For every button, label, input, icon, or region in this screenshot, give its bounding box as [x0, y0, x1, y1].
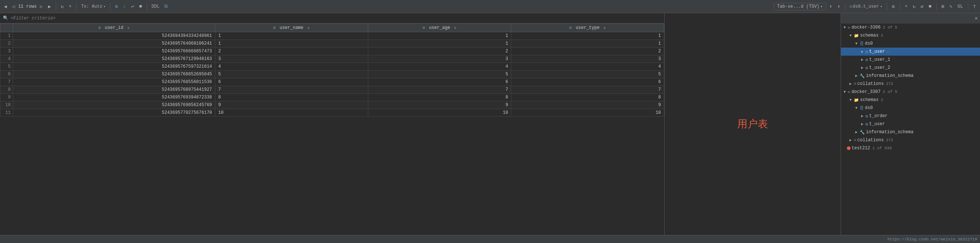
add-tab-btn[interactable]: +	[903, 3, 910, 10]
cell-user_name[interactable]: 4	[215, 63, 368, 71]
cell-user_id[interactable]: 5243695768975441927	[13, 86, 215, 94]
table-row[interactable]: 25243695764068106241111	[0, 40, 664, 47]
tree-item-t_user_2[interactable]: ▶⊞t_user_2	[841, 64, 980, 72]
nav-next-btn[interactable]: ▷	[38, 3, 45, 10]
cell-user_type[interactable]: 1	[511, 32, 664, 40]
cell-user_name[interactable]: 3	[215, 55, 368, 63]
cell-user_name[interactable]: 2	[215, 47, 368, 55]
table-row[interactable]: 35243695766666857473222	[0, 47, 664, 55]
table-row[interactable]: 115243695770275676170101010	[0, 109, 664, 117]
table-row[interactable]: 85243695768975441927777	[0, 86, 664, 94]
filter-criteria[interactable]: <Filter criteria>	[11, 16, 56, 21]
tree-content[interactable]: ▼⊳docker-33062 of 5▼📁schemas2▼🗄ds0▶⊞t_us…	[841, 24, 980, 235]
cell-user_type[interactable]: 10	[511, 109, 664, 117]
ds-selector[interactable]: ⊞ ds0.t_user ▾	[848, 3, 884, 10]
cell-user_id[interactable]: 5243695767129948163	[13, 55, 215, 63]
cell-user_id[interactable]: 5243695767597321614	[13, 63, 215, 71]
tree-item-docker-3306[interactable]: ▼⊳docker-33062 of 5	[841, 24, 980, 32]
tree-item-docker-3307[interactable]: ▼⊳docker_33072 of 5	[841, 88, 980, 96]
tab-sep-selector[interactable]: Tab-se...d (TSV) ▾	[774, 3, 826, 10]
cell-user_type[interactable]: 1	[511, 40, 664, 47]
refresh-tree-btn[interactable]: ↻	[911, 3, 917, 10]
cell-user_name[interactable]: 1	[215, 40, 368, 47]
cell-user_age[interactable]: 6	[368, 78, 511, 86]
tree-item-information_schema-3307[interactable]: ▶🔧information_schema	[841, 128, 980, 136]
tree-item-schemas-3306[interactable]: ▼📁schemas2	[841, 32, 980, 39]
cell-user_name[interactable]: 6	[215, 78, 368, 86]
col-header-user-name[interactable]: ⊞ user_name ⇅	[215, 24, 368, 32]
cell-user_age[interactable]: 8	[368, 94, 511, 101]
download-btn[interactable]: ⬇	[827, 3, 834, 10]
cell-user_type[interactable]: 2	[511, 47, 664, 55]
table-view-btn[interactable]: ⊞	[940, 3, 946, 10]
cell-user_id[interactable]: 5243695769394872338	[13, 94, 215, 101]
cell-user_type[interactable]: 8	[511, 94, 664, 101]
tree-item-t_user_1[interactable]: ▶⊞t_user_1	[841, 56, 980, 64]
tree-item-ds0-3307[interactable]: ▼🗄ds0	[841, 104, 980, 112]
edit-btn[interactable]: ✎	[948, 3, 955, 10]
col-header-user-type[interactable]: ⊞ user_type ⇅	[511, 24, 664, 32]
table-row[interactable]: 65243695768052695045555	[0, 71, 664, 78]
tree-item-collations-3306[interactable]: ▶≡collations272	[841, 80, 980, 88]
cell-user_age[interactable]: 5	[368, 71, 511, 78]
cell-user_name[interactable]: 1	[215, 32, 368, 40]
tree-item-schemas-3307[interactable]: ▼📁schemas2	[841, 96, 980, 104]
cell-user_age[interactable]: 4	[368, 63, 511, 71]
check-btn[interactable]: ✓	[121, 3, 128, 10]
cell-user_age[interactable]: 10	[368, 109, 511, 117]
stop-btn[interactable]: ■	[138, 3, 144, 10]
cell-user_type[interactable]: 5	[511, 71, 664, 78]
tx-selector[interactable]: Tx: Auto ▾	[80, 3, 107, 10]
tree-item-collations-3307[interactable]: ▶≡collations272	[841, 136, 980, 144]
stop-tree-btn[interactable]: ■	[927, 3, 934, 10]
nav-prev-btn[interactable]: ◁	[10, 3, 17, 10]
filter-tree-btn[interactable]: ⇄	[919, 3, 925, 10]
cell-user_id[interactable]: 5243695770275676170	[13, 109, 215, 117]
cell-user_id[interactable]: 5243695768556011536	[13, 78, 215, 86]
cell-user_id[interactable]: 5243695764068106241	[13, 40, 215, 47]
cell-user_type[interactable]: 7	[511, 86, 664, 94]
cell-user_type[interactable]: 9	[511, 101, 664, 109]
add-row-btn[interactable]: +	[67, 3, 74, 10]
cell-user_age[interactable]: 3	[368, 55, 511, 63]
cell-user_name[interactable]: 7	[215, 86, 368, 94]
refresh-btn[interactable]: ↻	[59, 3, 66, 10]
cell-user_name[interactable]: 5	[215, 71, 368, 78]
cell-user_id[interactable]: 5243695766666857473	[13, 47, 215, 55]
filter-btn[interactable]: ⊤	[971, 3, 978, 10]
table-row[interactable]: 95243695769394872338888	[0, 94, 664, 101]
cell-user_name[interactable]: 9	[215, 101, 368, 109]
cell-user_age[interactable]: 1	[368, 32, 511, 40]
col-header-user-age[interactable]: ⊞ user_age ⇅	[368, 24, 511, 32]
nav-last-btn[interactable]: ▶	[46, 3, 53, 10]
tree-close-btn[interactable]: ✕	[975, 15, 978, 21]
tree-item-t_order[interactable]: ▶⊞t_order	[841, 112, 980, 120]
table-row[interactable]: 45243695767129948163333	[0, 55, 664, 63]
cell-user_type[interactable]: 4	[511, 63, 664, 71]
gl-btn[interactable]: GL	[956, 3, 965, 10]
col-header-user-id[interactable]: ⊞ user_id ⇅	[13, 24, 215, 32]
rollback-btn[interactable]: ↩	[129, 3, 136, 10]
cell-user_name[interactable]: 10	[215, 109, 368, 117]
status-link[interactable]: https://blog.csdn.net/weixin_38312719	[888, 237, 977, 241]
cell-user_age[interactable]: 1	[368, 40, 511, 47]
cell-user_id[interactable]: 5243695769856245769	[13, 101, 215, 109]
cell-user_age[interactable]: 9	[368, 101, 511, 109]
table-row[interactable]: 15243694394334248961111	[0, 32, 664, 40]
cell-user_age[interactable]: 2	[368, 47, 511, 55]
cell-user_type[interactable]: 6	[511, 78, 664, 86]
nav-first-btn[interactable]: ◀	[2, 3, 9, 10]
tree-item-t_user-3307[interactable]: ▶⊞t_user	[841, 120, 980, 128]
upload-btn[interactable]: ⬆	[835, 3, 842, 10]
ddl-btn[interactable]: DDL	[150, 3, 161, 10]
tree-item-t_user[interactable]: ▶⊞t_user←	[841, 47, 980, 56]
tree-item-information_schema-3306[interactable]: ▶🔧information_schema	[841, 72, 980, 80]
tree-item-ds0-3306[interactable]: ▼🗄ds0	[841, 39, 980, 47]
tree-item-test212[interactable]: test2121 of 536	[841, 144, 980, 152]
cell-user_name[interactable]: 8	[215, 94, 368, 101]
table-row[interactable]: 105243695769856245769999	[0, 101, 664, 109]
cell-user_type[interactable]: 3	[511, 55, 664, 63]
settings-btn[interactable]: ⚙	[890, 3, 897, 10]
table-row[interactable]: 75243695768556011536666	[0, 78, 664, 86]
cell-user_id[interactable]: 5243694394334248961	[13, 32, 215, 40]
